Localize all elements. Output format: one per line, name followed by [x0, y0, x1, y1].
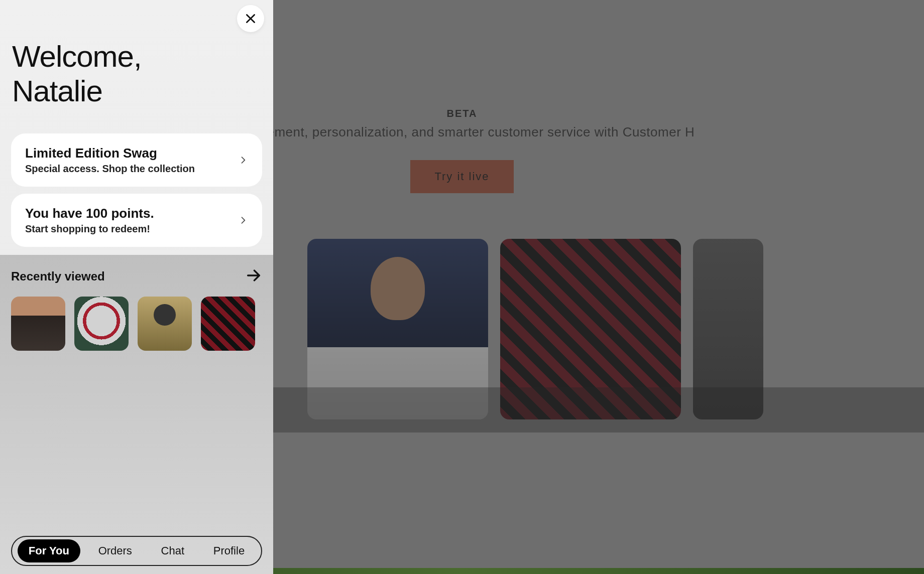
welcome-heading: Welcome, Natalie	[0, 0, 273, 108]
tab-profile[interactable]: Profile	[202, 539, 256, 562]
welcome-line2: Natalie	[12, 74, 102, 108]
recently-viewed-item[interactable]	[201, 297, 255, 351]
recently-viewed-section: Recently viewed For You Orders Chat Prof…	[0, 255, 273, 574]
chevron-right-icon	[238, 155, 248, 165]
try-it-live-button[interactable]: Try it live	[410, 160, 513, 193]
tab-chat[interactable]: Chat	[150, 539, 195, 562]
recently-viewed-item[interactable]	[138, 297, 192, 351]
recently-viewed-see-all-button[interactable]	[245, 267, 262, 285]
welcome-line1: Welcome,	[12, 40, 142, 73]
promo-card-title: Limited Edition Swag	[25, 146, 195, 161]
drawer-tab-bar: For You Orders Chat Profile	[11, 536, 262, 566]
promo-card-title: You have 100 points.	[25, 206, 154, 221]
tab-for-you[interactable]: For You	[18, 539, 80, 562]
recently-viewed-list[interactable]	[11, 297, 262, 351]
promo-cards: Limited Edition Swag Special access. Sho…	[0, 108, 273, 247]
arrow-right-icon	[245, 267, 262, 284]
tab-orders[interactable]: Orders	[87, 539, 143, 562]
recently-viewed-heading: Recently viewed	[11, 269, 105, 283]
promo-card-points[interactable]: You have 100 points. Start shopping to r…	[11, 194, 262, 247]
promo-card-subtitle: Start shopping to redeem!	[25, 223, 154, 235]
recently-viewed-item[interactable]	[11, 297, 65, 351]
close-button[interactable]	[237, 5, 264, 32]
close-icon	[244, 12, 257, 25]
customer-hub-drawer: Welcome, Natalie Limited Edition Swag Sp…	[0, 0, 273, 574]
promo-card-swag[interactable]: Limited Edition Swag Special access. Sho…	[11, 133, 262, 187]
chevron-right-icon	[238, 215, 248, 225]
promo-card-subtitle: Special access. Shop the collection	[25, 163, 195, 175]
recently-viewed-item[interactable]	[74, 297, 129, 351]
